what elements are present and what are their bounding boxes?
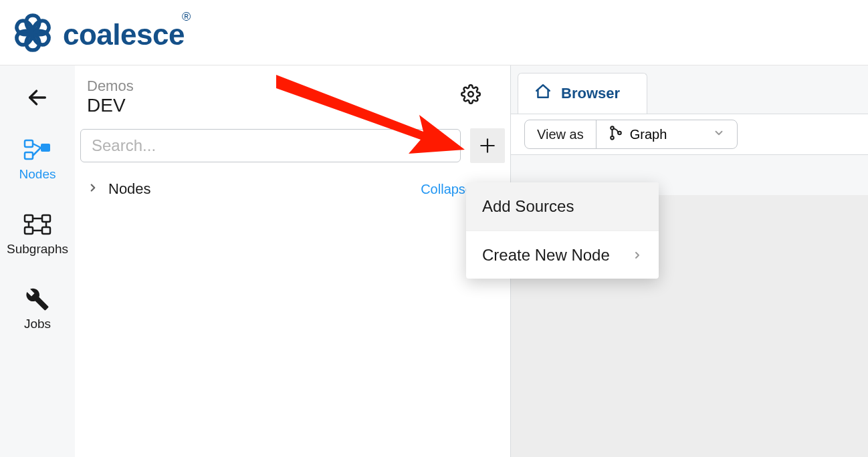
tab-bar: Browser [511, 65, 868, 114]
search-input[interactable] [80, 129, 461, 162]
svg-rect-1 [25, 140, 33, 147]
section-label: Nodes [108, 180, 151, 198]
panel-header: Demos DEV [75, 65, 510, 116]
brand-name: coalesce® [63, 18, 193, 51]
viewas-select[interactable]: Graph [596, 120, 737, 148]
nodes-panel: Demos DEV Nodes Collapse [75, 65, 511, 457]
rail-item-subgraphs[interactable]: Subgraphs [7, 212, 68, 257]
left-rail: Nodes Subgraphs Jobs [0, 65, 75, 457]
svg-rect-2 [41, 144, 50, 152]
collapse-link[interactable]: Collapse [421, 182, 473, 197]
home-icon [534, 83, 552, 104]
nodes-section-header: Nodes Collapse [75, 175, 510, 203]
graph-icon [609, 126, 623, 144]
rail-label-nodes: Nodes [19, 167, 56, 182]
svg-rect-6 [25, 227, 33, 234]
browser-toolbar: View as Graph [511, 114, 868, 155]
svg-rect-7 [42, 227, 50, 234]
rail-label-jobs: Jobs [24, 317, 51, 331]
rail-label-subgraphs: Subgraphs [7, 242, 68, 257]
svg-rect-4 [25, 215, 33, 222]
breadcrumb[interactable]: Demos [87, 78, 490, 95]
menu-item-create-node[interactable]: Create New Node [466, 231, 659, 279]
svg-rect-3 [25, 152, 33, 159]
chevron-down-icon [713, 127, 725, 142]
add-menu: Add Sources Create New Node [466, 182, 659, 279]
brand-swirl-icon [12, 12, 53, 53]
menu-label: Create New Node [482, 246, 610, 265]
chevron-right-icon[interactable] [87, 180, 99, 198]
brand-logo[interactable]: coalesce® [12, 12, 193, 53]
nodes-icon [23, 138, 52, 162]
search-row [75, 116, 510, 175]
menu-item-add-sources[interactable]: Add Sources [466, 182, 659, 231]
svg-rect-5 [42, 215, 50, 222]
chevron-right-icon [632, 246, 643, 265]
tab-label: Browser [561, 85, 620, 102]
viewas-value: Graph [630, 127, 667, 142]
app-header: coalesce® [0, 0, 868, 65]
viewas-label: View as [525, 120, 596, 148]
back-button[interactable] [24, 84, 51, 111]
svg-point-8 [468, 92, 473, 97]
jobs-icon [23, 287, 52, 311]
tab-browser[interactable]: Browser [518, 73, 647, 114]
menu-label: Add Sources [482, 197, 574, 216]
add-button[interactable] [470, 128, 505, 163]
settings-button[interactable] [461, 84, 481, 107]
main-area: Nodes Subgraphs Jobs Demos [0, 65, 868, 457]
subgraphs-icon [23, 212, 52, 237]
rail-item-nodes[interactable]: Nodes [19, 138, 56, 182]
environment-name: DEV [87, 95, 490, 116]
viewas-control: View as Graph [524, 120, 738, 149]
rail-item-jobs[interactable]: Jobs [23, 287, 52, 331]
